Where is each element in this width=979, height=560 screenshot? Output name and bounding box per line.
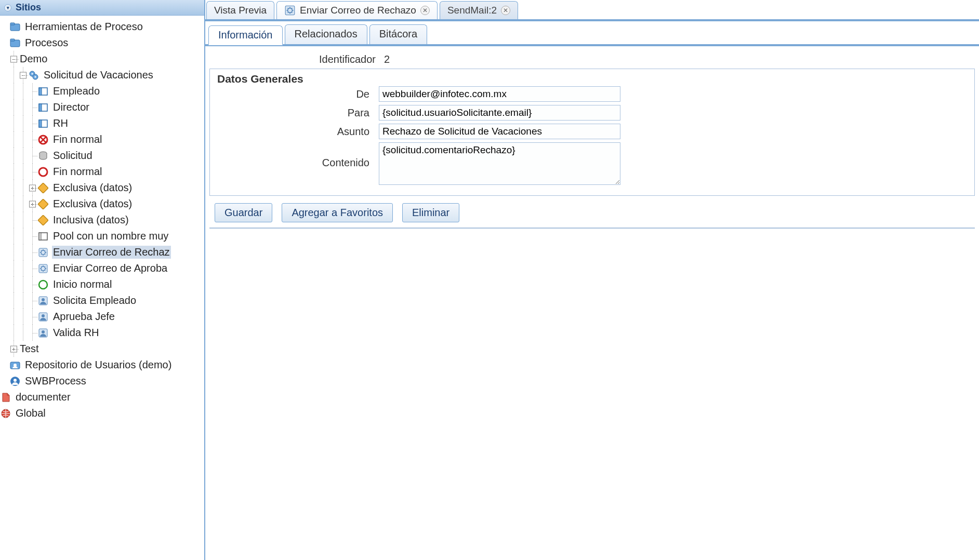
content: Identificador 2 Datos Generales De Para … — [205, 46, 979, 236]
diamond-gateway-icon — [37, 182, 49, 194]
field-contenido: Contenido — [216, 142, 968, 185]
tree-item-rh[interactable]: RH — [0, 115, 204, 131]
field-asunto: Asunto — [216, 124, 968, 139]
para-label: Para — [216, 105, 369, 119]
database-icon — [37, 150, 49, 162]
tree-item-fin-normal-1[interactable]: Fin normal — [0, 131, 204, 148]
tree-item-documenter[interactable]: documenter — [0, 389, 204, 405]
lane-icon — [37, 102, 49, 113]
fieldset-legend: Datos Generales — [214, 73, 307, 85]
asunto-label: Asunto — [216, 124, 369, 138]
tab-enviar-correo[interactable]: Enviar Correo de Rechazo ✕ — [276, 1, 438, 19]
tab-vista-previa[interactable]: Vista Previa — [206, 1, 274, 19]
de-label: De — [216, 86, 369, 100]
user-task-icon — [37, 295, 49, 306]
identificador-label: Identificador — [215, 54, 376, 65]
field-para: Para — [216, 105, 968, 121]
tab-label: SendMail:2 — [447, 5, 497, 16]
tree-item-pool[interactable]: Pool con un nombre muy — [0, 228, 204, 244]
pool-icon — [37, 231, 49, 242]
folder-icon — [9, 21, 21, 33]
tree-item-global[interactable]: Global — [0, 405, 204, 421]
tab-label: Vista Previa — [214, 5, 267, 16]
globe-icon — [0, 408, 11, 419]
sidebar-header: ▾ Sitios — [0, 0, 204, 16]
contenido-label: Contenido — [216, 142, 369, 169]
service-task-icon — [37, 263, 49, 274]
de-input[interactable] — [379, 86, 620, 102]
tree: Herramientas de Proceso Procesos − Demo … — [0, 16, 204, 424]
subtabstrip: Información Relacionados Bitácora — [205, 21, 979, 46]
toggle-minus-icon[interactable]: − — [20, 72, 27, 78]
collapse-icon[interactable]: ▾ — [4, 4, 11, 11]
toggle-plus-icon[interactable]: + — [10, 345, 17, 352]
toggle-plus-icon[interactable]: + — [29, 184, 36, 191]
tree-item-valida-rh[interactable]: Valida RH — [0, 325, 204, 341]
diamond-gateway-icon — [37, 215, 49, 226]
asunto-input[interactable] — [379, 124, 620, 139]
folder-gears-icon — [9, 37, 21, 49]
service-task-icon — [37, 247, 49, 258]
guardar-button[interactable]: Guardar — [215, 203, 272, 222]
tree-item-enviar-rechazo[interactable]: Enviar Correo de Rechaz — [0, 244, 204, 260]
user-task-icon — [37, 311, 49, 323]
tree-item-test[interactable]: + Test — [0, 341, 204, 357]
toggle-minus-icon[interactable]: − — [10, 56, 17, 62]
identificador-row: Identificador 2 — [215, 54, 975, 65]
identificador-value: 2 — [384, 54, 390, 65]
field-de: De — [216, 86, 968, 102]
tab-label: Enviar Correo de Rechazo — [300, 5, 416, 16]
datos-generales-fieldset: Datos Generales De Para Asunto Contenido — [209, 69, 975, 196]
contenido-textarea[interactable] — [379, 142, 620, 185]
tree-item-exclusiva-2[interactable]: + Exclusiva (datos) — [0, 196, 204, 212]
tree-item-fin-normal-2[interactable]: Fin normal — [0, 164, 204, 180]
tabstrip: Vista Previa Enviar Correo de Rechazo ✕ … — [205, 0, 979, 21]
eliminar-button[interactable]: Eliminar — [402, 203, 459, 222]
start-event-icon — [37, 279, 49, 290]
subtab-informacion[interactable]: Información — [208, 25, 283, 45]
lane-icon — [37, 86, 49, 97]
subtab-relacionados[interactable]: Relacionados — [285, 24, 367, 44]
tree-item-solicitud-vacaciones[interactable]: − Solicitud de Vacaciones — [0, 67, 204, 83]
sidebar-title: Sitios — [16, 2, 41, 13]
tree-item-director[interactable]: Director — [0, 99, 204, 115]
lane-icon — [37, 118, 49, 129]
tree-item-repo-usuarios[interactable]: Repositorio de Usuarios (demo) — [0, 357, 204, 373]
tree-item-solicitud[interactable]: Solicitud — [0, 148, 204, 164]
tab-sendmail[interactable]: SendMail:2 ✕ — [440, 1, 518, 19]
user-task-icon — [37, 327, 49, 339]
tree-item-herramientas[interactable]: Herramientas de Proceso — [0, 19, 204, 35]
tree-item-swbprocess[interactable]: SWBProcess — [0, 373, 204, 389]
subtab-bitacora[interactable]: Bitácora — [369, 24, 427, 44]
close-icon[interactable]: ✕ — [501, 6, 510, 15]
para-input[interactable] — [379, 105, 620, 121]
gears-icon — [28, 70, 39, 81]
end-circle-icon — [37, 166, 49, 178]
tree-item-exclusiva-1[interactable]: + Exclusiva (datos) — [0, 180, 204, 196]
tree-item-inicio-normal[interactable]: Inicio normal — [0, 276, 204, 292]
tree-item-procesos[interactable]: Procesos — [0, 35, 204, 51]
diamond-gateway-icon — [37, 198, 49, 210]
tree-item-demo[interactable]: − Demo — [0, 51, 204, 67]
tree-item-empleado[interactable]: Empleado — [0, 83, 204, 99]
action-row: Guardar Agregar a Favoritos Eliminar — [215, 203, 975, 222]
main-area: Vista Previa Enviar Correo de Rechazo ✕ … — [205, 0, 979, 560]
divider — [209, 228, 975, 229]
service-task-icon — [284, 5, 296, 16]
tree-item-aprueba-jefe[interactable]: Aprueba Jefe — [0, 309, 204, 325]
tree-item-inclusiva[interactable]: Inclusiva (datos) — [0, 212, 204, 228]
user-circle-icon — [9, 376, 21, 387]
tree-item-enviar-aproba[interactable]: Enviar Correo de Aproba — [0, 260, 204, 276]
agregar-favoritos-button[interactable]: Agregar a Favoritos — [282, 203, 393, 222]
user-folder-icon — [9, 359, 21, 371]
close-icon[interactable]: ✕ — [420, 6, 430, 15]
end-event-icon — [37, 134, 49, 145]
sidebar: ▾ Sitios Herramientas de Proceso Proceso… — [0, 0, 205, 560]
tree-item-solicita-empleado[interactable]: Solicita Empleado — [0, 292, 204, 309]
document-icon — [0, 392, 11, 403]
toggle-plus-icon[interactable]: + — [29, 201, 36, 207]
